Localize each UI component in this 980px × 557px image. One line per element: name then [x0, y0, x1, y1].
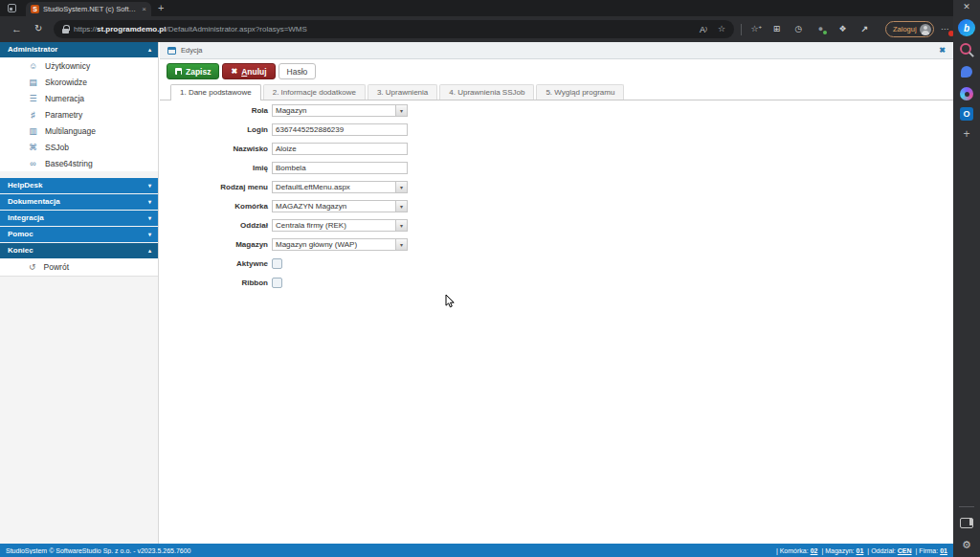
- menu-section[interactable]: HelpDesk▾: [0, 178, 158, 193]
- status-bar: StudioSystem © SoftwareStudio Sp. z o.o.…: [0, 544, 953, 557]
- status-link[interactable]: 01: [857, 547, 864, 554]
- copilot-icon[interactable]: [958, 19, 975, 36]
- menu-item[interactable]: Multilanguage: [0, 123, 158, 139]
- form-tab[interactable]: 3. Uprawnienia: [368, 84, 437, 100]
- games-icon[interactable]: [958, 85, 975, 102]
- collections-icon[interactable]: [770, 23, 783, 34]
- tab-close-icon[interactable]: ×: [142, 6, 146, 13]
- status-item: Magazyn:01: [821, 547, 863, 554]
- checkbox[interactable]: ✔: [272, 278, 282, 288]
- search-icon[interactable]: [958, 41, 975, 58]
- select-input[interactable]: Centrala firmy (REK) ▾: [272, 219, 408, 232]
- form-row: Komórka MAGAZYN Magazyn MAGAZYN Magazyn …: [163, 200, 953, 212]
- form-tab[interactable]: 4. Uprawnienia SSJob: [439, 84, 534, 100]
- dropdown-arrow-icon[interactable]: ▾: [395, 220, 407, 231]
- share-icon[interactable]: [858, 23, 871, 34]
- status-link[interactable]: 01: [940, 547, 947, 554]
- form-row: Ribbon ▾ ✔: [163, 277, 953, 289]
- refresh-icon[interactable]: ↻: [34, 23, 42, 33]
- more-menu-icon[interactable]: ⋯: [941, 25, 949, 33]
- user-icon: [28, 61, 38, 71]
- text-input[interactable]: Aloize: [272, 143, 408, 155]
- settings-icon[interactable]: [958, 536, 975, 553]
- dropdown-arrow-icon[interactable]: ▾: [395, 239, 407, 250]
- menu-item-powrot[interactable]: Powrót: [0, 258, 158, 277]
- favorites-icon[interactable]: [748, 23, 761, 34]
- menu-item[interactable]: Użytkownicy: [0, 57, 158, 74]
- edge-sidebar: ✕: [953, 0, 980, 557]
- select-input[interactable]: Magazyn ▾: [272, 104, 408, 117]
- chevron-down-icon: ▾: [148, 194, 151, 210]
- select-input[interactable]: MAGAZYN Magazyn ▾: [272, 200, 408, 212]
- status-version-text: StudioSystem © SoftwareStudio Sp. z o.o.…: [6, 547, 776, 554]
- field-label: Nazwisko: [163, 145, 268, 153]
- text-input[interactable]: 6367445252886239: [272, 123, 408, 136]
- avatar: [920, 24, 931, 35]
- admin-items-list: Użytkownicy Skorowidze Numeracja Paramet…: [0, 57, 158, 171]
- add-sidebar-icon[interactable]: [958, 125, 975, 143]
- form-row: Imię Bombela Bombela ▾ ✔: [163, 162, 953, 174]
- menu-item[interactable]: SSJob: [0, 139, 158, 155]
- form-row: Nazwisko Aloize Aloize ▾ ✔: [163, 143, 953, 155]
- select-input[interactable]: DefaultLeftMenu.aspx ▾: [272, 181, 408, 193]
- favicon: S: [31, 5, 39, 13]
- menu-section[interactable]: Dokumentacja▾: [0, 194, 158, 210]
- toolbar-icons: [748, 23, 871, 34]
- chevron-up-icon: ▴: [148, 42, 151, 57]
- dropdown-arrow-icon[interactable]: ▾: [395, 182, 407, 192]
- chevron-down-icon: ▾: [148, 211, 151, 226]
- outlook-icon[interactable]: [960, 107, 973, 121]
- tab-actions-icon[interactable]: [8, 4, 16, 12]
- status-link[interactable]: CEN: [898, 547, 912, 554]
- checkbox[interactable]: ✔: [272, 258, 282, 269]
- save-button[interactable]: Zapisz: [167, 63, 219, 79]
- lock-icon: [62, 29, 69, 33]
- form-row: Rodzaj menu DefaultLeftMenu.aspx Default…: [163, 181, 953, 193]
- text-input[interactable]: Bombela: [272, 162, 408, 174]
- edit-panel-header: Edycja ✖: [160, 42, 953, 59]
- edge-sidebar-bottom: [953, 506, 980, 557]
- menu-section-koniec[interactable]: Koniec▴: [0, 243, 158, 258]
- browser-extension-icon[interactable]: [814, 23, 827, 34]
- new-tab-button[interactable]: +: [158, 2, 164, 13]
- drop-icon[interactable]: [958, 63, 975, 80]
- back-icon[interactable]: ←: [11, 23, 22, 34]
- menu-item[interactable]: Base64string: [0, 155, 158, 171]
- menu-item[interactable]: Numeracja: [0, 90, 158, 106]
- form-tab[interactable]: 2. Informacje dodatkowe: [263, 84, 366, 100]
- window-close-icon[interactable]: ✕: [963, 2, 970, 14]
- form-row: Aktywne ▾ ✔: [163, 257, 953, 270]
- browser-tab[interactable]: S StudioSystem.NET (c) SoftwareStu ×: [26, 2, 151, 16]
- menu-item[interactable]: Parametry: [0, 106, 158, 123]
- dropdown-arrow-icon[interactable]: ▾: [395, 201, 407, 212]
- read-aloud-icon[interactable]: [700, 24, 707, 35]
- favorite-star-icon[interactable]: [718, 24, 725, 35]
- menu-section[interactable]: Pomoc▾: [0, 227, 158, 242]
- form-tab[interactable]: 5. Wygląd programu: [536, 84, 624, 100]
- status-link[interactable]: 02: [811, 547, 818, 554]
- dropdown-arrow-icon[interactable]: ▾: [395, 105, 407, 116]
- address-bar[interactable]: https://st.programdemo.pl/DefaultAdminis…: [54, 20, 734, 38]
- form-row: Login 6367445252886239 6367445252886239 …: [163, 123, 953, 136]
- select-input[interactable]: Magazyn główny (WAP) ▾: [272, 238, 408, 251]
- field-label: Rodzaj menu: [163, 183, 268, 191]
- editor-extension-icon[interactable]: [836, 23, 849, 34]
- parameters-icon: [28, 110, 38, 120]
- field-label: Login: [163, 125, 268, 134]
- history-icon[interactable]: [792, 23, 805, 34]
- sidebar-panel-icon[interactable]: [958, 514, 975, 531]
- field-label: Rola: [163, 106, 268, 115]
- cancel-button[interactable]: Anuluj: [222, 63, 275, 79]
- profile-login-button[interactable]: Zaloguj: [885, 21, 934, 37]
- form-tab[interactable]: 1. Dane podstawowe: [170, 84, 261, 100]
- menu-section[interactable]: Integracja▾: [0, 211, 158, 226]
- status-context-values: Komórka:02Magazyn:01Oddział:CENFirma:01: [776, 547, 947, 554]
- menu-item[interactable]: Skorowidze: [0, 74, 158, 90]
- save-icon: [175, 68, 182, 75]
- user-form: Rola Magazyn Magazyn ▾ ✔ Login 636744525…: [160, 104, 953, 289]
- chevron-down-icon: ▾: [148, 227, 151, 242]
- menu-section-administrator[interactable]: Administrator▴: [0, 42, 158, 57]
- field-label: Oddział: [163, 221, 268, 230]
- panel-close-icon[interactable]: ✖: [939, 46, 946, 55]
- password-button[interactable]: Hasło: [278, 63, 317, 79]
